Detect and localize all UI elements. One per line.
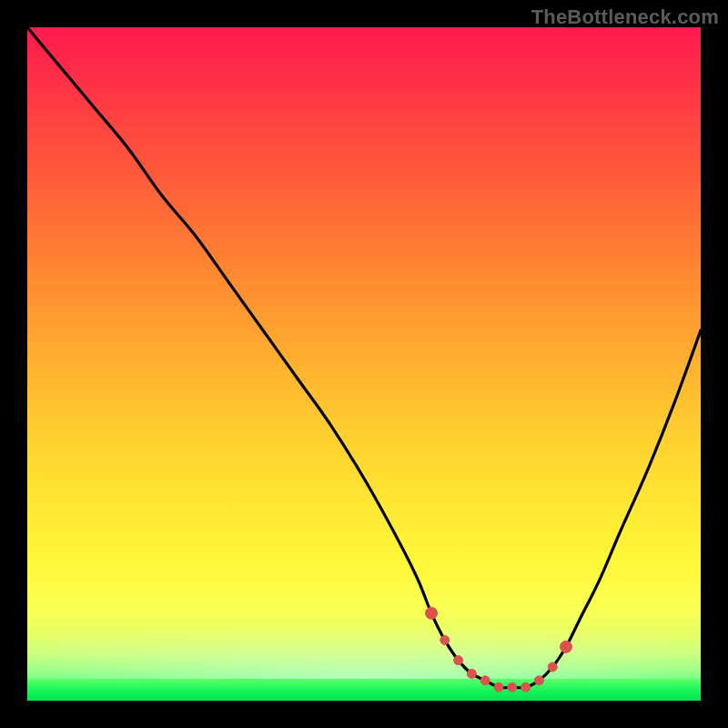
optimal-range-markers <box>426 607 572 692</box>
optimal-marker <box>561 641 572 652</box>
optimal-marker <box>494 682 503 692</box>
optimal-marker <box>548 662 557 672</box>
optimal-marker <box>467 669 476 678</box>
optimal-marker <box>534 676 543 685</box>
optimal-marker <box>426 607 438 619</box>
chart-frame: TheBottleneck.com <box>0 0 728 728</box>
watermark-text: TheBottleneck.com <box>531 5 719 29</box>
optimal-marker <box>521 682 531 692</box>
optimal-marker <box>480 676 490 685</box>
optimal-marker <box>454 656 463 665</box>
optimal-marker <box>508 682 517 692</box>
plot-area <box>27 27 701 701</box>
bottleneck-curve-path <box>27 27 701 688</box>
optimal-marker <box>440 635 450 644</box>
bottleneck-curve-svg <box>27 27 701 701</box>
